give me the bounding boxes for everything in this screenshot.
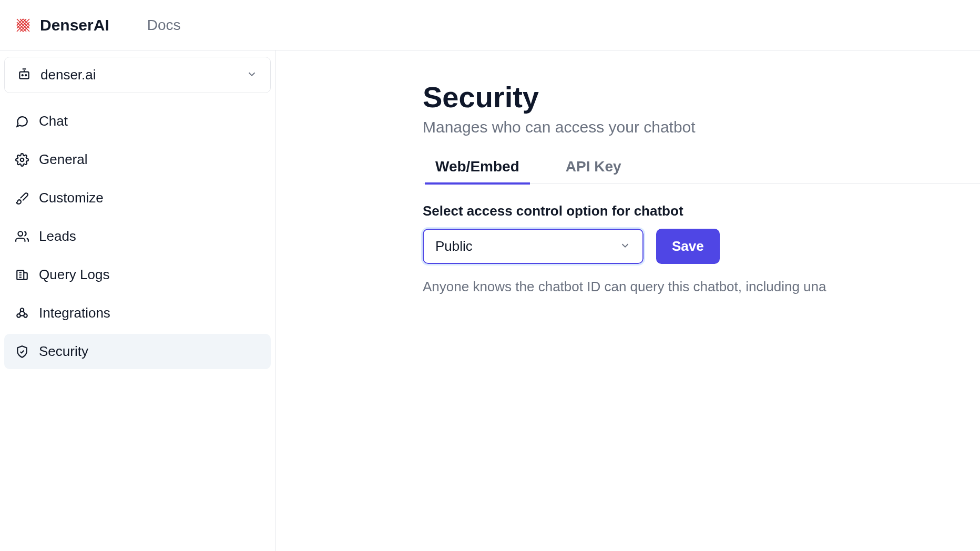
bot-icon bbox=[17, 67, 31, 83]
project-selector[interactable]: denser.ai bbox=[4, 57, 271, 93]
sidebar-item-label: Chat bbox=[39, 113, 68, 129]
logo-icon bbox=[13, 15, 34, 36]
tab-web-embed[interactable]: Web/Embed bbox=[425, 151, 530, 185]
brush-icon bbox=[15, 191, 29, 206]
access-control-select[interactable]: Public bbox=[423, 229, 644, 264]
docs-link[interactable]: Docs bbox=[147, 17, 181, 34]
sidebar-item-security[interactable]: Security bbox=[4, 334, 271, 369]
chevron-down-icon bbox=[246, 68, 258, 82]
svg-point-4 bbox=[18, 231, 23, 236]
sidebar-item-label: Security bbox=[39, 343, 88, 360]
nav-list: Chat General Customize Leads bbox=[4, 104, 271, 369]
tab-api-key[interactable]: API Key bbox=[555, 151, 632, 185]
access-hint: Anyone knows the chatbot ID can query th… bbox=[423, 279, 980, 295]
gear-icon bbox=[15, 152, 29, 167]
save-button[interactable]: Save bbox=[656, 229, 720, 264]
brand-logo[interactable]: DenserAI bbox=[13, 15, 109, 36]
access-control-row: Public Save bbox=[423, 229, 980, 264]
sidebar-item-label: General bbox=[39, 151, 88, 168]
header: DenserAI Docs bbox=[0, 0, 980, 50]
sidebar-item-customize[interactable]: Customize bbox=[4, 180, 271, 216]
project-name: denser.ai bbox=[40, 67, 237, 83]
svg-point-7 bbox=[17, 314, 21, 318]
sidebar-item-leads[interactable]: Leads bbox=[4, 219, 271, 254]
svg-point-8 bbox=[24, 314, 27, 318]
shield-icon bbox=[15, 344, 29, 359]
users-icon bbox=[15, 229, 29, 244]
svg-point-2 bbox=[25, 75, 26, 76]
sidebar: denser.ai Chat General bbox=[0, 50, 275, 551]
access-control-label: Select access control option for chatbot bbox=[423, 203, 980, 219]
svg-point-3 bbox=[21, 158, 24, 161]
sidebar-item-label: Integrations bbox=[39, 305, 110, 321]
logs-icon bbox=[15, 268, 29, 282]
svg-rect-0 bbox=[19, 72, 28, 78]
brand-name: DenserAI bbox=[40, 16, 109, 34]
sidebar-item-label: Leads bbox=[39, 228, 76, 244]
page-title: Security bbox=[423, 80, 980, 114]
sidebar-item-general[interactable]: General bbox=[4, 142, 271, 177]
integrations-icon bbox=[15, 306, 29, 321]
tabs: Web/Embed API Key bbox=[423, 151, 980, 184]
sidebar-item-label: Query Logs bbox=[39, 267, 109, 283]
sidebar-item-chat[interactable]: Chat bbox=[4, 104, 271, 139]
sidebar-item-integrations[interactable]: Integrations bbox=[4, 295, 271, 331]
sidebar-item-label: Customize bbox=[39, 190, 104, 206]
sidebar-item-query-logs[interactable]: Query Logs bbox=[4, 257, 271, 292]
select-value: Public bbox=[435, 238, 473, 254]
main-content: Security Manages who can access your cha… bbox=[275, 50, 980, 551]
page-subtitle: Manages who can access your chatbot bbox=[423, 118, 980, 136]
chevron-down-icon bbox=[619, 240, 631, 253]
chat-icon bbox=[15, 114, 29, 129]
svg-point-1 bbox=[22, 75, 23, 76]
